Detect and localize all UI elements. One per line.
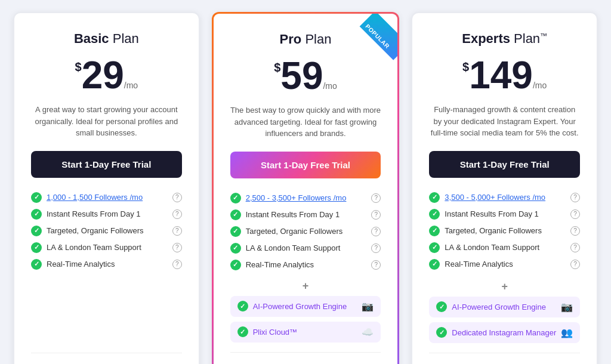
- price-amount: 149: [469, 54, 533, 97]
- help-icon[interactable]: ?: [172, 193, 182, 202]
- dollar-sign: $: [75, 61, 82, 73]
- pill-check-icon: [436, 327, 447, 338]
- feature-text: LA & London Team Support: [246, 243, 341, 252]
- feature-left: LA & London Team Support: [429, 242, 539, 253]
- plan-title-pro: Pro Plan: [230, 32, 381, 47]
- cta-button-experts[interactable]: Start 1-Day Free Trial: [429, 151, 580, 178]
- help-icon[interactable]: ?: [570, 243, 580, 252]
- feature-left: Targeted, Organic Followers: [429, 226, 542, 236]
- see-all-features-experts[interactable]: See all features: [429, 360, 580, 365]
- pill-icon: ☁️: [362, 326, 374, 338]
- feature-left: 2,500 - 3,500+ Followers /mo: [230, 193, 347, 203]
- feature-pill-left: AI-Powered Growth Engine: [237, 301, 347, 311]
- feature-pill-text: AI-Powered Growth Engine: [452, 303, 546, 311]
- feature-item: Instant Results From Day 1?: [429, 209, 580, 220]
- check-icon: [230, 260, 241, 270]
- help-icon[interactable]: ?: [371, 260, 381, 270]
- feature-text: Targeted, Organic Followers: [445, 226, 542, 235]
- check-icon: [429, 226, 440, 236]
- check-icon: [31, 226, 42, 236]
- help-icon[interactable]: ?: [371, 227, 381, 236]
- see-all-features-basic[interactable]: See all features: [31, 360, 182, 365]
- feature-item: Targeted, Organic Followers?: [230, 226, 381, 237]
- help-icon[interactable]: ?: [371, 210, 381, 220]
- plan-card-experts: Experts Plan™$149/moFully-managed growth…: [411, 12, 598, 364]
- pill-check-icon: [237, 301, 248, 311]
- feature-pill-left: Plixi Cloud™: [237, 326, 297, 337]
- plan-card-basic: Basic Plan$29/moA great way to start gro…: [13, 12, 200, 364]
- feature-left: Instant Results From Day 1: [31, 209, 141, 220]
- feature-item: Instant Results From Day 1?: [31, 209, 182, 220]
- check-icon: [429, 259, 440, 270]
- price-period: /mo: [124, 81, 138, 90]
- check-icon: [230, 209, 241, 220]
- check-icon: [31, 192, 42, 203]
- check-icon: [230, 226, 241, 237]
- pill-icon: 📷: [362, 301, 374, 312]
- feature-pill-text: Plixi Cloud™: [253, 328, 297, 337]
- feature-left: LA & London Team Support: [31, 242, 141, 253]
- feature-left: Targeted, Organic Followers: [31, 226, 144, 236]
- pill-check-icon: [237, 326, 248, 337]
- feature-text: Real-Time Analytics: [246, 260, 314, 269]
- dollar-sign: $: [462, 61, 469, 73]
- feature-left: Real-Time Analytics: [31, 259, 115, 270]
- feature-item: LA & London Team Support?: [429, 242, 580, 253]
- check-icon: [31, 242, 42, 253]
- feature-item: 3,500 - 5,000+ Followers /mo?: [429, 192, 580, 203]
- plan-description-pro: The best way to grow quickly and with mo…: [230, 104, 381, 140]
- feature-left: 3,500 - 5,000+ Followers /mo: [429, 192, 545, 203]
- feature-text: LA & London Team Support: [445, 243, 539, 252]
- feature-item: Real-Time Analytics?: [230, 260, 381, 270]
- feature-pill: AI-Powered Growth Engine📷: [230, 296, 381, 317]
- help-icon[interactable]: ?: [570, 193, 580, 202]
- help-icon[interactable]: ?: [172, 209, 182, 219]
- plus-divider: +: [429, 280, 580, 293]
- feature-pill-left: Dedicated Instagram Manager: [436, 327, 556, 338]
- check-icon: [31, 259, 42, 270]
- feature-left: Real-Time Analytics: [230, 260, 314, 270]
- price-period: /mo: [323, 82, 337, 90]
- help-icon[interactable]: ?: [570, 209, 580, 219]
- feature-text: Instant Results From Day 1: [246, 210, 340, 219]
- feature-left: Instant Results From Day 1: [230, 209, 340, 220]
- features-list-experts: 3,500 - 5,000+ Followers /mo?Instant Res…: [429, 192, 580, 277]
- check-icon: [429, 192, 440, 203]
- pricing-container: Basic Plan$29/moA great way to start gro…: [13, 12, 598, 364]
- help-icon[interactable]: ?: [570, 226, 580, 236]
- plus-divider: +: [230, 280, 381, 292]
- help-icon[interactable]: ?: [172, 260, 182, 269]
- feature-pill-text: AI-Powered Growth Engine: [253, 302, 347, 311]
- cta-button-pro[interactable]: Start 1-Day Free Trial: [230, 152, 381, 178]
- plan-price-experts: $149/mo: [429, 56, 580, 94]
- feature-left: Targeted, Organic Followers: [230, 226, 343, 237]
- cta-button-basic[interactable]: Start 1-Day Free Trial: [31, 151, 182, 178]
- feature-item: Instant Results From Day 1?: [230, 209, 381, 220]
- feature-item: Real-Time Analytics?: [31, 259, 182, 270]
- feature-item: Targeted, Organic Followers?: [31, 226, 182, 236]
- check-icon: [429, 242, 440, 253]
- plan-card-pro: POPULARPro Plan$59/moThe best way to gro…: [212, 12, 400, 364]
- feature-text[interactable]: 2,500 - 3,500+ Followers /mo: [246, 193, 347, 202]
- feature-item: Real-Time Analytics?: [429, 259, 580, 270]
- help-icon[interactable]: ?: [371, 193, 381, 203]
- feature-left: LA & London Team Support: [230, 243, 341, 254]
- feature-text: Instant Results From Day 1: [445, 209, 539, 218]
- help-icon[interactable]: ?: [172, 226, 182, 236]
- plan-price-basic: $29/mo: [31, 56, 182, 94]
- see-all-features-pro[interactable]: See all features: [230, 360, 381, 365]
- feature-left: Instant Results From Day 1: [429, 209, 539, 220]
- plan-description-basic: A great way to start growing your accoun…: [31, 104, 182, 139]
- price-period: /mo: [533, 81, 547, 90]
- features-list-pro: 2,500 - 3,500+ Followers /mo?Instant Res…: [230, 193, 381, 276]
- help-icon[interactable]: ?: [570, 260, 580, 269]
- help-icon[interactable]: ?: [172, 243, 182, 252]
- feature-text[interactable]: 1,000 - 1,500 Followers /mo: [47, 193, 143, 202]
- feature-text[interactable]: 3,500 - 5,000+ Followers /mo: [445, 193, 545, 202]
- price-amount: 29: [82, 54, 124, 97]
- features-list-basic: 1,000 - 1,500 Followers /mo?Instant Resu…: [31, 192, 182, 348]
- feature-pill: AI-Powered Growth Engine📷: [429, 297, 580, 317]
- help-icon[interactable]: ?: [371, 243, 381, 253]
- pill-check-icon: [436, 301, 447, 312]
- check-icon: [429, 209, 440, 220]
